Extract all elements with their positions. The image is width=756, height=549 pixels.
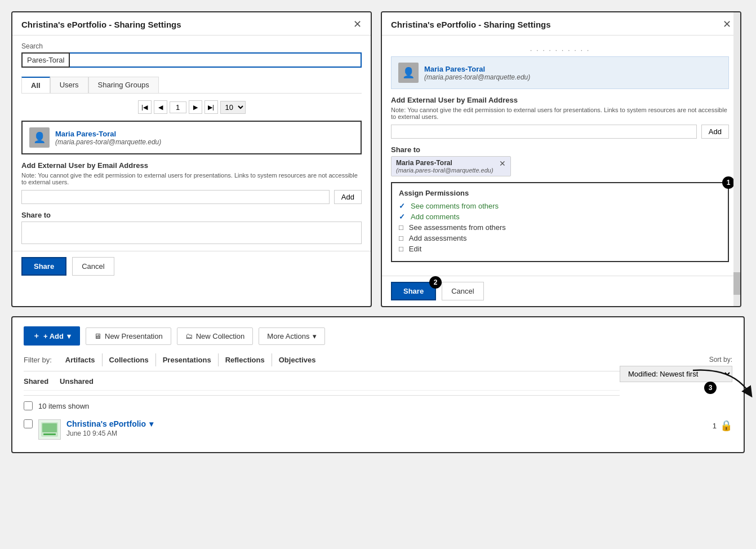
shared-filter-link[interactable]: Shared [24,377,48,386]
right-scrollbar[interactable] [733,12,740,306]
page-number-input[interactable] [170,101,186,113]
assign-permissions-title: Assign Permissions [399,189,721,197]
perm-checkbox-1[interactable] [399,202,407,210]
tab-users[interactable]: Users [50,77,88,93]
new-presentation-label: New Presentation [105,332,163,340]
right-dialog-close-button[interactable]: ✕ [723,19,731,29]
share-to-label: Share to [21,211,362,219]
share-icon: 🔒 [720,419,732,432]
perm-item-2: Add comments [399,212,721,221]
user-name: Maria Pares-Toral [55,130,161,138]
filter-collections[interactable]: Collections [103,353,156,366]
right-cancel-button[interactable]: Cancel [442,282,483,300]
right-dialog-title: Christina's ePortfolio - Sharing Setting… [391,20,551,29]
cancel-button[interactable]: Cancel [72,257,114,276]
add-email-button[interactable]: Add [334,190,362,204]
perm-label-1: See comments from others [411,202,499,210]
right-user-name: Maria Pares-Toral [424,65,530,73]
right-add-email-button[interactable]: Add [701,125,729,139]
filter-reflections[interactable]: Reflections [219,353,272,366]
plus-icon: ＋ [33,331,40,341]
chevron-down-icon-more: ▾ [313,332,317,340]
portfolio-checkbox[interactable] [24,419,33,428]
truncated-top: · · · · · · · · · · [391,42,729,56]
unshared-filter-link[interactable]: Unshared [60,377,94,386]
tab-all[interactable]: All [21,77,50,93]
right-dialog-footer: Share 2 Cancel [382,276,740,306]
right-add-external-label: Add External User by Email Address [391,96,729,104]
share-tag-info: Maria Pares-Toral (maria.pares-toral@mar… [396,159,493,174]
left-dialog-header: Christina's ePortfolio - Sharing Setting… [12,12,371,36]
presentation-icon: 🖥 [94,332,101,340]
filter-objectives[interactable]: Objectives [272,353,323,366]
new-collection-label: New Collection [196,332,245,340]
portfolio-count: 1 🔒 [713,419,732,432]
perm-item-5: Edit [399,245,721,253]
count-number: 1 [713,422,717,430]
right-user-info: Maria Pares-Toral (maria.pares-toral@mar… [424,65,530,81]
left-dialog-title: Christina's ePortfolio - Sharing Setting… [21,20,181,29]
right-add-email-input[interactable] [391,125,697,139]
share-to-input[interactable] [21,222,362,244]
filter-artifacts[interactable]: Artifacts [59,353,103,366]
select-all-checkbox[interactable] [24,401,33,410]
tab-sharing-groups[interactable]: Sharing Groups [88,77,159,93]
new-collection-button[interactable]: 🗂 New Collection [177,327,254,345]
share-tag-email: (maria.pares-toral@marquette.edu) [396,167,493,174]
more-actions-button[interactable]: More Actions ▾ [259,327,325,345]
portfolio-thumbnail [41,422,58,437]
filter-row: Filter by: Artifacts Collections Present… [24,353,620,371]
prev-page-button[interactable]: ◀ [154,100,167,114]
perm-checkbox-3[interactable] [399,223,406,232]
last-page-button[interactable]: ▶| [204,100,218,114]
add-external-label: Add External User by Email Address [21,161,362,170]
pagination-row: |◀ ◀ ▶ ▶| 10 [21,100,362,114]
filter-tabs: All Users Sharing Groups [21,77,362,94]
chevron-down-icon: ▾ [67,332,71,340]
user-info: Maria Pares-Toral (maria.pares-toral@mar… [55,130,161,146]
left-dialog-close-button[interactable]: ✕ [353,19,362,29]
bottom-panel: ＋ + Add ▾ 🖥 New Presentation 🗂 New Colle… [11,316,745,453]
perm-checkbox-2[interactable] [399,212,407,221]
portfolio-icon [38,419,61,440]
perm-checkbox-5[interactable] [399,245,406,253]
items-count-row: 10 items shown [24,401,620,410]
add-button[interactable]: ＋ + Add ▾ [24,326,80,346]
perm-label-4: Add assessments [409,234,467,242]
search-input[interactable] [70,52,362,68]
share-tag-container: Maria Pares-Toral (maria.pares-toral@mar… [391,156,729,176]
divider [24,395,620,396]
next-page-button[interactable]: ▶ [189,100,202,114]
right-add-external-note: Note: You cannot give the edit permissio… [391,107,729,120]
sort-section: 3 Sort by: Modified: Newest first [620,353,732,382]
user-email: (maria.pares-toral@marquette.edu) [55,138,161,146]
badge-1: 1 [722,176,735,189]
add-external-note: Note: You cannot give the edit permissio… [21,172,362,185]
filter-sort-row: Filter by: Artifacts Collections Present… [24,353,732,416]
first-page-button[interactable]: |◀ [138,100,152,114]
left-dialog-body: Search Pares-Toral All Users Sharing Gro… [12,36,371,251]
filter-by-label: Filter by: [24,356,52,364]
left-sharing-dialog: Christina's ePortfolio - Sharing Setting… [11,11,372,307]
share-tag: Maria Pares-Toral (maria.pares-toral@mar… [391,156,511,176]
svg-rect-3 [43,433,56,435]
chevron-down-icon-portfolio: ▾ [149,419,153,428]
filter-presentations[interactable]: Presentations [156,353,219,366]
portfolio-name[interactable]: Christina's ePortfolio ▾ [66,419,153,428]
new-presentation-button[interactable]: 🖥 New Presentation [86,327,171,345]
share-tag-close-button[interactable]: ✕ [499,159,506,168]
user-avatar: 👤 [29,127,50,148]
perm-label-5: Edit [409,245,421,253]
per-page-select[interactable]: 10 [220,101,246,114]
scrollbar-knob[interactable] [733,272,740,295]
perm-checkbox-4[interactable] [399,234,406,242]
sort-label: Sort by: [709,356,732,364]
add-label: + Add [43,332,64,340]
right-share-to-label: Share to [391,145,729,154]
user-result-item[interactable]: 👤 Maria Pares-Toral (maria.pares-toral@m… [21,121,362,154]
share-tag-name: Maria Pares-Toral [396,159,493,167]
share-button[interactable]: Share [21,257,66,276]
assign-permissions-wrapper: Assign Permissions See comments from oth… [391,182,729,262]
perm-item-1: See comments from others [399,202,721,210]
add-email-input[interactable] [21,190,330,204]
